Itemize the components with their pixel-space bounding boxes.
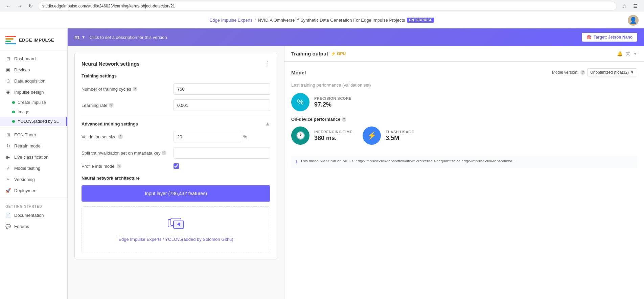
data-acquisition-icon: ⬡ bbox=[5, 78, 11, 84]
model-version-dropdown[interactable]: Unoptimized (float32) ▼ bbox=[587, 68, 637, 76]
sidebar-label-forums: Forums bbox=[14, 224, 29, 229]
profile-button[interactable]: ☰ bbox=[630, 1, 640, 11]
model-version-help-icon[interactable]: ? bbox=[580, 70, 585, 75]
sidebar-label-create-impulse: Create impulse bbox=[18, 100, 46, 105]
training-settings-header: Training settings bbox=[82, 73, 270, 78]
model-card-label: Edge Impulse Experts / YOLOv5(added by S… bbox=[89, 237, 263, 242]
notifications-count: (0) bbox=[625, 51, 630, 56]
inferencing-value: 380 ms. bbox=[314, 135, 352, 142]
sidebar-item-data-acquisition[interactable]: ⬡ Data acquisition bbox=[0, 75, 67, 87]
collapse-advanced-button[interactable]: ▲ bbox=[265, 121, 270, 127]
browser-action-buttons: ☆ ☰ bbox=[620, 1, 640, 11]
precision-circle: % bbox=[291, 93, 309, 111]
address-bar[interactable] bbox=[38, 2, 617, 10]
enterprise-badge: ENTERPRISE bbox=[407, 18, 434, 23]
breadcrumb: Edge Impulse Experts / NVIDIA Omniverse™… bbox=[210, 18, 435, 23]
app-container: Edge Impulse Experts / NVIDIA Omniverse™… bbox=[0, 12, 644, 299]
logo-bar-orange bbox=[5, 38, 14, 40]
getting-started-section-label: GETTING STARTED bbox=[0, 199, 67, 210]
top-header: Edge Impulse Experts / NVIDIA Omniverse™… bbox=[0, 12, 644, 28]
device-metrics: 🕐 INFERENCING TIME 380 ms. ⚡ bbox=[291, 127, 637, 150]
forums-icon: 💬 bbox=[5, 224, 11, 229]
sidebar-item-model-testing[interactable]: ✓ Model testing bbox=[0, 163, 67, 174]
settings-menu-button[interactable]: ⋮ bbox=[264, 60, 270, 67]
sidebar-item-dashboard[interactable]: ⊡ Dashboard bbox=[0, 53, 67, 64]
bookmark-button[interactable]: ☆ bbox=[620, 1, 629, 11]
version-dropdown-arrow[interactable]: ▼ bbox=[82, 35, 86, 40]
on-device-help-icon[interactable]: ? bbox=[342, 117, 346, 122]
profile-int8-row: Profile int8 model ? bbox=[82, 163, 270, 169]
sidebar-label-yolov5: YOLOv5(added by S… bbox=[18, 119, 61, 124]
sidebar-sub-yolov5[interactable]: YOLOv5(added by S… bbox=[0, 117, 67, 126]
sidebar-item-forums[interactable]: 💬 Forums bbox=[0, 221, 67, 232]
advanced-settings-header: Advanced training settings ▲ bbox=[82, 116, 270, 131]
sidebar-divider-2 bbox=[0, 198, 67, 198]
sidebar-label-image: Image bbox=[18, 110, 29, 114]
live-classification-icon: ▶ bbox=[5, 155, 11, 160]
last-training-title: Last training performance (validation se… bbox=[291, 83, 637, 88]
model-title: Model bbox=[291, 70, 306, 75]
sidebar-label-live-classification: Live classification bbox=[14, 155, 48, 160]
version-description[interactable]: Click to set a description for this vers… bbox=[90, 35, 167, 40]
profile-int8-help-icon[interactable]: ? bbox=[117, 164, 121, 168]
split-train-label: Split train/validation set on metadata k… bbox=[82, 151, 169, 156]
num-training-cycles-input[interactable] bbox=[174, 83, 270, 95]
learning-rate-help-icon[interactable]: ? bbox=[109, 103, 114, 108]
num-cycles-help-icon[interactable]: ? bbox=[133, 87, 137, 91]
warning-box: ℹ This model won't run on MCUs. edge-imp… bbox=[291, 156, 637, 168]
yolov5-dot bbox=[12, 120, 15, 123]
breadcrumb-left[interactable]: Edge Impulse Experts bbox=[210, 18, 253, 23]
sidebar-sub-image[interactable]: Image bbox=[0, 107, 67, 117]
eon-tuner-icon: ⊞ bbox=[5, 132, 11, 137]
arch-section: Neural network architecture Input layer … bbox=[82, 176, 270, 252]
logo-bar-green bbox=[5, 41, 11, 42]
arch-title: Neural network architecture bbox=[82, 176, 270, 181]
validation-set-size-input[interactable] bbox=[174, 131, 241, 142]
main-content: EDGE IMPULSE ⊡ Dashboard ▣ Devices ⬡ Dat… bbox=[0, 28, 644, 299]
profile-int8-label: Profile int8 model ? bbox=[82, 164, 169, 169]
validation-help-icon[interactable]: ? bbox=[118, 134, 123, 139]
training-output-header: Training output ⚡ GPU 🔔 (0) ▼ bbox=[284, 46, 644, 62]
settings-title: Neural Network settings bbox=[82, 61, 140, 67]
input-layer-label: Input layer (786,432 features) bbox=[145, 191, 207, 196]
create-impulse-dot bbox=[12, 101, 15, 104]
validation-input-group: % bbox=[174, 131, 270, 142]
profile-int8-checkbox[interactable] bbox=[174, 163, 179, 169]
target-button[interactable]: 🎯 Target: Jetson Nano bbox=[582, 33, 637, 42]
sidebar-item-eon-tuner[interactable]: ⊞ EON Tuner bbox=[0, 129, 67, 140]
input-layer-button[interactable]: Input layer (786,432 features) bbox=[82, 185, 270, 202]
info-icon: ℹ bbox=[296, 159, 298, 164]
dashboard-icon: ⊡ bbox=[5, 56, 11, 61]
sidebar-label-impulse-design: Impulse design bbox=[14, 90, 44, 95]
impulse-design-icon: ◈ bbox=[5, 90, 11, 95]
reload-button[interactable]: ↻ bbox=[26, 1, 35, 11]
forward-button[interactable]: → bbox=[15, 1, 24, 11]
sidebar-item-impulse-design[interactable]: ◈ Impulse design bbox=[0, 87, 67, 98]
precision-label: PRECISION SCORE bbox=[314, 96, 351, 100]
sidebar-navigation: ⊡ Dashboard ▣ Devices ⬡ Data acquisition… bbox=[0, 50, 67, 299]
model-card-icon bbox=[89, 217, 263, 233]
sidebar-item-deployment[interactable]: 🚀 Deployment bbox=[0, 185, 67, 196]
learning-rate-input[interactable] bbox=[174, 99, 270, 111]
sidebar-item-documentation[interactable]: 📄 Documentation bbox=[0, 210, 67, 221]
sidebar-item-retrain-model[interactable]: ↻ Retrain model bbox=[0, 140, 67, 152]
sidebar-label-data-acquisition: Data acquisition bbox=[14, 78, 46, 84]
flash-info: FLASH USAGE 3.5M bbox=[386, 130, 414, 142]
logo-icon bbox=[5, 34, 16, 45]
split-train-input[interactable] bbox=[174, 147, 270, 159]
split-train-row: Split train/validation set on metadata k… bbox=[82, 147, 270, 159]
settings-card: Neural Network settings ⋮ Training setti… bbox=[74, 53, 277, 259]
flash-usage-row: ⚡ FLASH USAGE 3.5M bbox=[363, 127, 414, 145]
sidebar-item-devices[interactable]: ▣ Devices bbox=[0, 64, 67, 75]
sidebar-item-live-classification[interactable]: ▶ Live classification bbox=[0, 152, 67, 163]
sidebar-sub-create-impulse[interactable]: Create impulse bbox=[0, 98, 67, 107]
sidebar-label-model-testing: Model testing bbox=[14, 166, 40, 171]
percent-icon: % bbox=[297, 98, 304, 107]
nav-buttons: ← → ↻ bbox=[4, 1, 35, 11]
logo-bar-blue bbox=[5, 43, 16, 44]
output-dropdown-arrow[interactable]: ▼ bbox=[633, 51, 637, 56]
sidebar-item-versioning[interactable]: ⑂ Versioning bbox=[0, 174, 67, 185]
user-avatar[interactable]: 👤 bbox=[628, 15, 639, 26]
back-button[interactable]: ← bbox=[4, 1, 14, 11]
split-train-help-icon[interactable]: ? bbox=[162, 151, 166, 155]
